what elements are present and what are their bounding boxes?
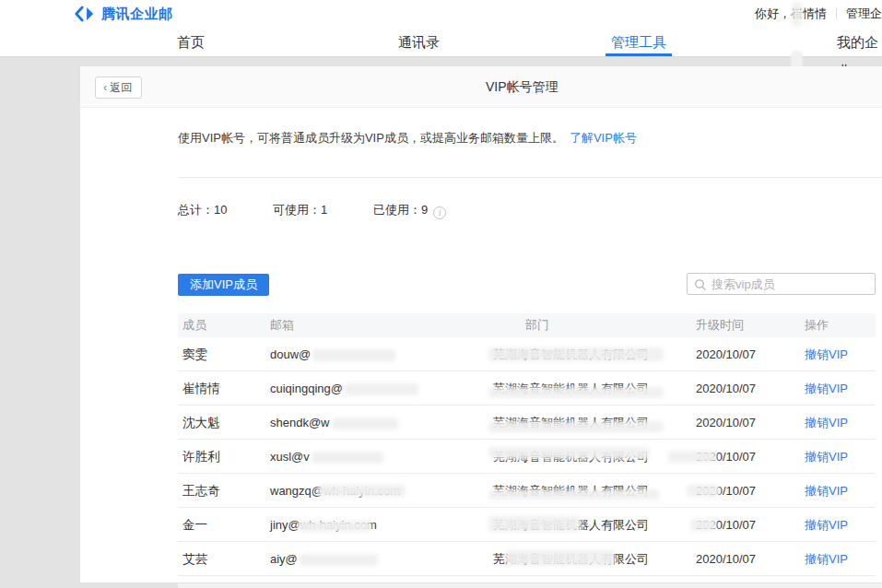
active-tab-underline (606, 53, 672, 56)
redaction-blur (668, 451, 716, 463)
tab-home[interactable]: 首页 (177, 28, 205, 56)
search-box (687, 273, 876, 295)
vip-description: 使用VIP帐号，可将普通成员升级为VIP成员，或提高业务邮箱数量上限。了解VIP… (178, 130, 637, 147)
topbar: 腾讯企业邮 你好，崔情情 管理企 (0, 0, 882, 28)
table-header-row: 成员 邮箱 部门 升级时间 操作 (178, 313, 876, 337)
member-name: 窦雯 (182, 337, 207, 371)
back-chevron-icon: ‹ (103, 80, 107, 94)
redaction-blur (332, 417, 398, 429)
search-input[interactable] (711, 275, 870, 293)
header-member: 成员 (182, 313, 206, 337)
back-button[interactable]: ‹返回 (95, 76, 142, 99)
next-section-peek (178, 583, 882, 588)
stat-available-value: 1 (321, 203, 327, 217)
redaction-blur (690, 519, 716, 531)
redaction-blur (312, 452, 383, 464)
header-department: 部门 (525, 313, 549, 337)
member-email: douw@ (270, 337, 395, 371)
email-visible: cuiqingqing@ (270, 382, 343, 395)
stat-available: 可使用：1 (273, 203, 327, 217)
member-name: 沈大魁 (182, 406, 220, 440)
redaction-blur (312, 349, 395, 361)
email-visible: aiy@ (270, 552, 298, 566)
stat-available-label: 可使用： (273, 203, 321, 217)
scrollbar-artifact-top (792, 2, 802, 27)
stat-total: 总计：10 (178, 203, 227, 217)
upgrade-date: 2020/10/07 (696, 371, 756, 406)
member-name: 金一 (182, 508, 207, 542)
redaction-blur (488, 421, 664, 432)
vip-management-card: ‹返回 VIP帐号管理 使用VIP帐号，可将普通成员升级为VIP成员，或提高业务… (80, 66, 882, 582)
member-email: xusl@v (270, 440, 383, 474)
member-email: cuiqingqing@ (270, 371, 418, 406)
revoke-vip-link[interactable]: 撤销VIP (805, 371, 848, 406)
redaction-blur (488, 516, 581, 532)
member-name: 崔情情 (182, 371, 220, 406)
redaction-blur (318, 485, 406, 497)
upgrade-date: 2020/10/07 (696, 406, 756, 440)
header-action: 操作 (805, 313, 829, 337)
revoke-vip-link[interactable]: 撤销VIP (805, 440, 848, 474)
tab-my-company[interactable]: 我的企业 (837, 28, 882, 56)
redaction-blur (488, 489, 659, 500)
vip-members-table: 成员 邮箱 部门 升级时间 操作 窦雯 douw@ 芜湖海音智能机器人有限公司 … (178, 313, 876, 576)
card-header: ‹返回 VIP帐号管理 (80, 66, 882, 108)
info-icon[interactable]: i (433, 206, 446, 219)
main-nav: 首页 通讯录 管理工具 我的企业 (0, 28, 882, 57)
tab-admin-tools[interactable]: 管理工具 (611, 28, 666, 56)
exmail-logo-icon (74, 6, 96, 22)
upgrade-date: 2020/10/07 (696, 542, 756, 576)
screen: 腾讯企业邮 你好，崔情情 管理企 首页 通讯录 管理工具 我的企业 ‹返回 VI… (0, 0, 882, 588)
redaction-blur (488, 387, 664, 398)
redaction-blur (298, 521, 371, 532)
add-vip-member-button[interactable]: 添加VIP成员 (178, 274, 269, 296)
table-row: 许胜利 xusl@v 芜湖海音智能机器人有限公司 2020/10/07 撤销VI… (178, 440, 876, 474)
email-visible: douw@ (270, 347, 311, 361)
user-greeting: 你好，崔情情 (755, 6, 827, 22)
member-name: 艾芸 (182, 542, 207, 576)
description-text: 使用VIP帐号，可将普通成员升级为VIP成员，或提高业务邮箱数量上限。 (178, 131, 564, 145)
page-title: VIP帐号管理 (486, 66, 559, 108)
email-visible: shendk@w (270, 416, 330, 429)
email-visible: xusl@v (270, 450, 310, 464)
redaction-blur (488, 347, 664, 361)
redaction-blur (345, 383, 418, 395)
exmail-logo[interactable]: 腾讯企业邮 (74, 4, 173, 24)
learn-more-link[interactable]: 了解VIP帐号 (570, 131, 637, 145)
revoke-vip-link[interactable]: 撤销VIP (805, 406, 848, 440)
header-upgrade-time: 升级时间 (696, 313, 744, 337)
section-divider (178, 177, 882, 178)
table-row: 窦雯 douw@ 芜湖海音智能机器人有限公司 2020/10/07 撤销VIP (178, 337, 876, 371)
admin-entry-link[interactable]: 管理企 (846, 6, 882, 22)
table-row: 崔情情 cuiqingqing@ 芜湖海音智能机器人有限公司 2020/10/0… (178, 371, 876, 406)
tab-contacts[interactable]: 通讯录 (398, 28, 440, 56)
redaction-blur (687, 485, 720, 497)
search-icon (694, 278, 707, 291)
topbar-separator (836, 8, 837, 19)
table-row: 金一 jiny@wh-haiyin.com 芜湖海音智能机器人有限公司 2020… (178, 508, 876, 542)
revoke-vip-link[interactable]: 撤销VIP (805, 474, 848, 508)
upgrade-date: 2020/10/07 (696, 337, 756, 371)
back-label: 返回 (110, 81, 132, 94)
topbar-right: 你好，崔情情 管理企 (755, 0, 882, 28)
logo-text: 腾讯企业邮 (101, 6, 173, 23)
member-email: aiy@ (270, 542, 378, 576)
member-name: 许胜利 (182, 440, 220, 474)
stat-used-label: 已使用： (373, 203, 421, 217)
revoke-vip-link[interactable]: 撤销VIP (805, 337, 848, 371)
stat-used: 已使用：9i (373, 203, 446, 217)
table-row: 沈大魁 shendk@w 芜湖海音智能机器人有限公司 2020/10/07 撤销… (178, 406, 876, 440)
stat-total-value: 10 (214, 203, 227, 217)
quota-stats: 总计：10 可使用：1 已使用：9i (178, 202, 488, 219)
header-email: 邮箱 (270, 313, 294, 337)
table-row: 艾芸 aiy@ 芜湖海音智能机器人有限公司 2020/10/07 撤销VIP (178, 542, 876, 576)
stat-used-value: 9 (421, 203, 428, 217)
revoke-vip-link[interactable]: 撤销VIP (805, 542, 848, 576)
member-email: shendk@w (270, 406, 398, 440)
redaction-blur (506, 550, 615, 566)
stat-total-label: 总计： (178, 203, 214, 217)
member-name: 王志奇 (182, 474, 220, 508)
redaction-blur (300, 554, 378, 566)
table-row: 王志奇 wangzq@wh-haiyin.com 芜湖海音智能机器人有限公司 2… (178, 474, 876, 508)
revoke-vip-link[interactable]: 撤销VIP (805, 508, 848, 542)
